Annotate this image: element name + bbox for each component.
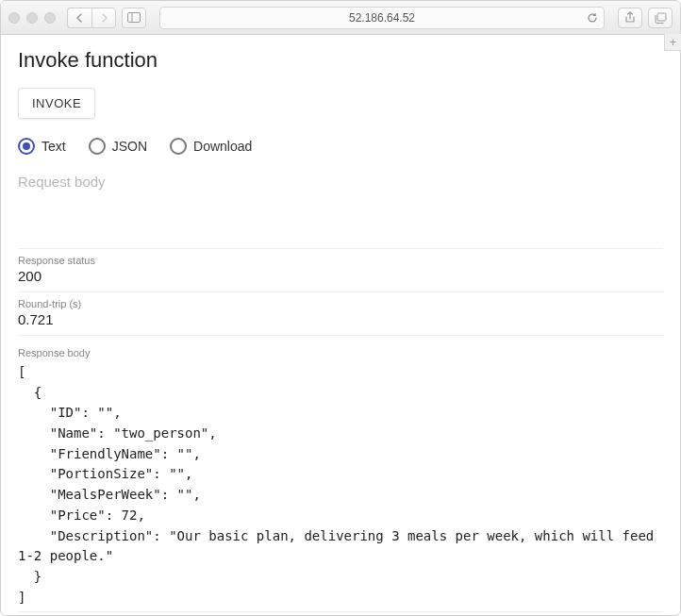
radio-label: Download [193, 139, 252, 154]
address-text: 52.186.64.52 [349, 11, 415, 25]
response-body-value: [ { "ID": "", "Name": "two_person", "Fri… [18, 362, 663, 612]
forward-button[interactable] [91, 8, 116, 28]
zoom-window-icon[interactable] [44, 12, 56, 24]
page-title: Invoke function [18, 48, 663, 73]
browser-toolbar: 52.186.64.52 [1, 1, 680, 35]
sidebar-toggle-button[interactable] [122, 8, 146, 28]
radio-label: Text [42, 139, 66, 154]
response-status-value: 200 [18, 268, 663, 284]
radio-json[interactable]: JSON [89, 138, 147, 155]
tabs-button[interactable] [648, 8, 673, 28]
roundtrip-field: Round-trip (s) 0.721 [18, 298, 663, 327]
response-status-label: Response status [18, 255, 663, 266]
toolbar-right [618, 8, 673, 28]
share-button[interactable] [618, 8, 642, 28]
roundtrip-value: 0.721 [18, 311, 663, 327]
page-content: Invoke function INVOKE Text JSON Downloa… [1, 35, 680, 616]
response-status-field: Response status 200 [18, 248, 663, 284]
response-body-label: Response body [18, 341, 663, 358]
format-radio-group: Text JSON Download [18, 138, 663, 155]
address-bar[interactable]: 52.186.64.52 [159, 7, 605, 29]
radio-icon [89, 138, 106, 155]
nav-group [67, 8, 116, 28]
back-button[interactable] [67, 8, 91, 28]
radio-text[interactable]: Text [18, 138, 66, 155]
radio-icon [170, 138, 187, 155]
minimize-window-icon[interactable] [26, 12, 38, 24]
svg-rect-0 [128, 13, 141, 23]
radio-label: JSON [112, 139, 147, 154]
close-window-icon[interactable] [8, 12, 20, 24]
window-controls [8, 12, 56, 24]
request-body-input[interactable]: Request body [18, 172, 663, 191]
roundtrip-label: Round-trip (s) [18, 298, 663, 309]
radio-icon [18, 138, 35, 155]
reload-icon[interactable] [587, 12, 598, 24]
invoke-button[interactable]: INVOKE [18, 88, 95, 119]
svg-rect-2 [657, 13, 666, 21]
radio-download[interactable]: Download [170, 138, 252, 155]
